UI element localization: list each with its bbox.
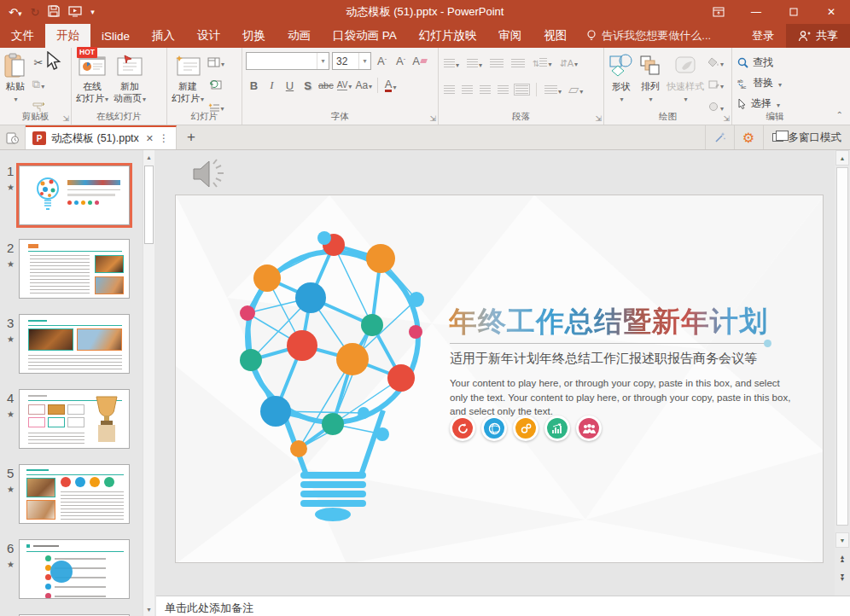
new-tab-button[interactable]: + <box>177 125 206 149</box>
grow-font-icon[interactable]: Aˆ <box>374 53 390 70</box>
clipboard-dialog-launcher[interactable]: ⇲ <box>62 114 69 123</box>
layout-icon[interactable] <box>207 54 225 71</box>
online-slide-button[interactable]: HOT 在线 幻灯片 <box>73 50 111 107</box>
tab-review[interactable]: 审阅 <box>487 24 533 48</box>
audio-speaker-icon[interactable] <box>190 157 230 191</box>
clear-formatting-icon[interactable]: A <box>411 53 428 70</box>
justify-icon[interactable] <box>498 85 509 94</box>
slide-title[interactable]: 年终工作总结暨新年计划 <box>449 303 768 341</box>
slide-thumbnail-5[interactable] <box>19 464 130 524</box>
text-shadow-button[interactable]: S <box>300 77 316 94</box>
tab-islide[interactable]: iSlide <box>90 24 141 48</box>
font-color-button[interactable]: A <box>382 77 399 94</box>
tab-transitions[interactable]: 切换 <box>231 24 277 48</box>
tab-kebab-icon[interactable]: ⋮ <box>159 132 169 144</box>
thumbnail-scrollbar[interactable]: ▲ ▼ <box>143 150 154 616</box>
replace-button[interactable]: abac 替换 <box>737 76 782 90</box>
main-scrollbar[interactable]: ▲ ▼ ▲▲ ▼▼ <box>835 150 850 596</box>
text-direction-icon[interactable]: ⇵A <box>559 58 578 69</box>
recent-files-icon[interactable] <box>0 125 26 149</box>
sign-in-button[interactable]: 登录 <box>740 24 786 48</box>
tab-slideshow[interactable]: 幻灯片放映 <box>408 24 488 48</box>
align-center-icon[interactable] <box>462 85 473 94</box>
tab-view[interactable]: 视图 <box>533 24 578 48</box>
tab-home[interactable]: 开始 <box>45 24 90 48</box>
find-button[interactable]: 查找 <box>737 55 782 70</box>
notes-placeholder[interactable]: 单击此处添加备注 <box>156 596 850 616</box>
strikethrough-button[interactable]: abc <box>317 77 335 94</box>
shapes-button[interactable]: 形状 <box>606 50 637 107</box>
italic-button[interactable]: I <box>264 77 280 94</box>
slide-thumbnail-6[interactable] <box>19 539 130 599</box>
shape-outline-icon[interactable] <box>707 76 725 93</box>
quick-styles-button[interactable]: 快速样式 <box>664 50 707 107</box>
document-tab-active[interactable]: P 动态模板 (51).pptx ✕ ⋮ <box>26 125 177 149</box>
slide-body-text[interactable]: Your content to play here, or through yo… <box>450 376 800 419</box>
columns-icon[interactable] <box>544 82 562 97</box>
settings-gear-icon[interactable]: ⚙ <box>734 125 763 149</box>
scroll-down-icon[interactable]: ▼ <box>143 602 154 616</box>
redo-icon[interactable]: ↻ <box>30 7 39 18</box>
new-slide-button[interactable]: 新建 幻灯片 <box>169 50 207 107</box>
shape-fill-icon[interactable] <box>707 54 725 71</box>
drawing-dialog-launcher[interactable]: ⇲ <box>723 114 730 123</box>
start-slideshow-icon[interactable] <box>68 6 82 19</box>
bullets-icon[interactable] <box>444 55 459 71</box>
underline-button[interactable]: U <box>282 77 298 94</box>
save-icon[interactable] <box>48 5 60 19</box>
numbering-icon[interactable] <box>467 55 482 71</box>
undo-icon[interactable]: ↶▾ <box>9 7 21 18</box>
slide-canvas[interactable]: 年终工作总结暨新年计划 适用于新年计划年终总结工作汇报述职报告商务会议等 You… <box>175 195 824 563</box>
font-dialog-launcher[interactable]: ⇲ <box>429 114 436 123</box>
next-slide-button[interactable]: ▼▼ <box>835 570 849 585</box>
shrink-font-icon[interactable]: Aˇ <box>393 53 409 70</box>
paragraph-dialog-launcher[interactable]: ⇲ <box>595 114 602 123</box>
new-animation-page-button[interactable]: 新加 动画页 <box>111 50 148 107</box>
font-name-combo[interactable]: ▾ <box>246 52 329 70</box>
notes-pane[interactable]: 单击此处添加备注 <box>156 596 850 616</box>
tell-me-box[interactable]: 告诉我您想要做什么... <box>578 24 719 48</box>
scrollbar-thumb[interactable] <box>144 166 154 244</box>
arrange-button[interactable]: 排列 <box>637 50 664 107</box>
paste-button[interactable]: 粘贴 <box>2 50 29 107</box>
increase-indent-icon[interactable] <box>511 59 525 67</box>
scroll-down-icon[interactable]: ▼ <box>835 532 849 548</box>
collapse-ribbon-icon[interactable]: ⌃ <box>836 110 843 119</box>
change-case-button[interactable]: Aa <box>354 77 373 94</box>
minimize-button[interactable]: — <box>737 0 775 24</box>
tab-animations[interactable]: 动画 <box>277 24 322 48</box>
ribbon-display-options-icon[interactable] <box>700 0 737 24</box>
bold-button[interactable]: B <box>246 77 262 94</box>
slide-subtitle[interactable]: 适用于新年计划年终总结工作汇报述职报告商务会议等 <box>450 351 757 367</box>
scroll-up-icon[interactable]: ▲ <box>143 150 154 164</box>
tab-design[interactable]: 设计 <box>186 24 231 48</box>
font-size-combo[interactable]: 32▾ <box>332 52 371 70</box>
previous-slide-button[interactable]: ▲▲ <box>835 551 849 567</box>
magic-wand-icon[interactable] <box>705 125 734 149</box>
copy-icon[interactable]: ⧉ <box>29 76 48 93</box>
tab-file[interactable]: 文件 <box>0 24 45 48</box>
line-spacing-icon[interactable]: ⇅ <box>533 58 551 68</box>
scrollbar-thumb[interactable] <box>836 167 848 526</box>
multi-window-mode-button[interactable]: 多窗口模式 <box>763 125 850 149</box>
convert-smartart-icon[interactable]: ▱ <box>568 81 583 97</box>
share-button[interactable]: 共享 <box>786 24 850 48</box>
slide-thumbnail-1[interactable] <box>19 166 130 225</box>
distribute-icon[interactable] <box>515 85 528 94</box>
customize-qat-icon[interactable]: ▾ <box>90 9 95 16</box>
select-button[interactable]: 选择 <box>737 96 782 111</box>
slide-thumbnail-4[interactable] <box>19 389 130 449</box>
cut-icon[interactable]: ✂ <box>29 54 48 71</box>
slide-thumbnail-3[interactable] <box>19 314 130 374</box>
slide-thumbnail-2[interactable] <box>19 239 130 299</box>
decrease-indent-icon[interactable] <box>490 59 504 67</box>
tab-close-icon[interactable]: ✕ <box>146 133 154 144</box>
align-right-icon[interactable] <box>480 85 491 94</box>
maximize-button[interactable] <box>775 0 812 24</box>
paste-dropdown[interactable] <box>13 93 17 105</box>
close-button[interactable]: ✕ <box>812 0 850 24</box>
align-left-icon[interactable] <box>444 85 455 94</box>
reset-icon[interactable] <box>207 76 225 93</box>
tab-insert[interactable]: 插入 <box>141 24 186 48</box>
scroll-up-icon[interactable]: ▲ <box>835 150 849 166</box>
